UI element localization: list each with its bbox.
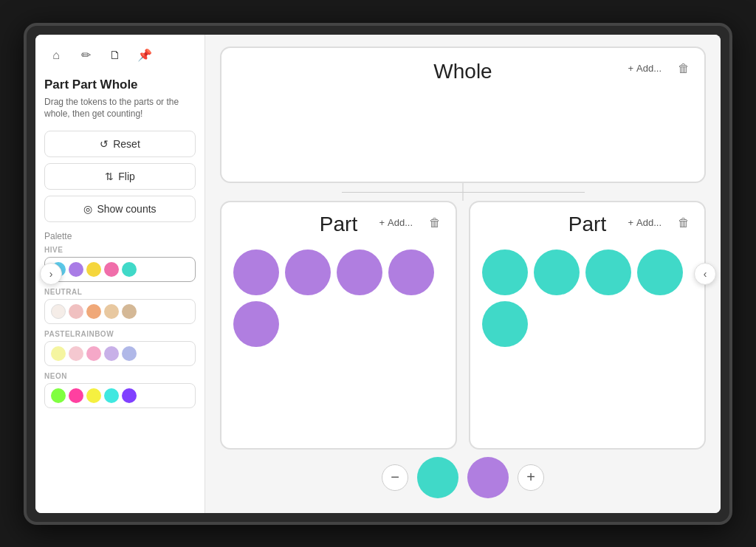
whole-tokens <box>236 91 690 165</box>
color-dot[interactable] <box>86 346 101 361</box>
part1-actions: + Add... 🗑 <box>373 213 445 233</box>
flip-label: Flip <box>118 171 135 182</box>
color-dot[interactable] <box>86 304 101 319</box>
home-icon: ⌂ <box>52 49 60 62</box>
color-dot[interactable] <box>122 304 137 319</box>
token[interactable] <box>337 250 382 295</box>
connector-line <box>220 183 706 201</box>
palette-neutral-name: NEUTRAL <box>44 288 196 296</box>
color-dot[interactable] <box>69 304 83 319</box>
sidebar-nav: ⌂ ✏ 🗋 📌 <box>44 44 196 67</box>
palette-neutral: NEUTRAL <box>44 288 196 324</box>
show-counts-label: Show counts <box>97 203 156 215</box>
minus-icon: − <box>391 469 399 486</box>
token[interactable] <box>482 301 528 347</box>
color-dot[interactable] <box>69 346 83 361</box>
flip-button[interactable]: ⇅ Flip <box>44 163 196 190</box>
color-dot[interactable] <box>51 304 66 319</box>
palette-pastelrainbow-name: PASTELRAINBOW <box>44 330 196 338</box>
show-counts-button[interactable]: ◎ Show counts <box>44 196 196 222</box>
token[interactable] <box>285 250 331 295</box>
palette-neon-colors[interactable] <box>44 383 196 408</box>
token[interactable] <box>233 250 279 295</box>
color-dot[interactable] <box>122 262 137 277</box>
color-dot[interactable] <box>104 304 119 319</box>
token[interactable] <box>388 250 434 295</box>
monitor: › ⌂ ✏ 🗋 📌 Part Part Whole Drag the token… <box>24 23 732 525</box>
page-icon: 🗋 <box>109 49 121 62</box>
color-dot[interactable] <box>69 262 83 277</box>
pen-button[interactable]: ✏ <box>74 44 97 67</box>
pen-icon: ✏ <box>81 48 91 62</box>
palette-neutral-colors[interactable] <box>44 299 196 324</box>
flip-icon: ⇅ <box>105 171 114 182</box>
pin-button[interactable]: 📌 <box>133 44 157 67</box>
part2-actions: + Add... 🗑 <box>622 213 694 233</box>
color-dot[interactable] <box>51 346 66 361</box>
trash-icon: 🗑 <box>678 216 690 230</box>
token[interactable] <box>585 250 631 295</box>
chevron-left-icon: ‹ <box>704 268 707 280</box>
palette-neon-name: NEON <box>44 372 196 380</box>
bottom-bar: − + <box>220 450 706 501</box>
screen: › ⌂ ✏ 🗋 📌 Part Part Whole Drag the token… <box>35 35 721 513</box>
part2-delete-button[interactable]: 🗑 <box>673 213 694 233</box>
main-content: Whole + Add... 🗑 Part <box>205 35 721 513</box>
trash-icon: 🗑 <box>429 216 441 230</box>
nav-arrow-left[interactable]: › <box>40 263 62 285</box>
color-dot[interactable] <box>86 262 101 277</box>
whole-delete-button[interactable]: 🗑 <box>673 58 694 79</box>
part2-tokens <box>482 244 693 347</box>
trash-icon: 🗑 <box>678 62 690 75</box>
whole-add-label: Add... <box>636 63 662 74</box>
parts-row: Part + Add... 🗑 <box>220 201 706 450</box>
color-dot[interactable] <box>122 388 137 403</box>
whole-area: Whole + Add... 🗑 <box>220 47 706 183</box>
part-area-1: Part + Add... 🗑 <box>220 201 457 450</box>
home-button[interactable]: ⌂ <box>44 44 68 67</box>
token[interactable] <box>534 250 580 295</box>
color-dot[interactable] <box>51 388 66 403</box>
color-dot[interactable] <box>69 388 83 403</box>
eye-icon: ◎ <box>83 203 92 215</box>
part1-add-button[interactable]: + Add... <box>373 214 419 231</box>
token[interactable] <box>233 301 279 347</box>
token[interactable] <box>637 250 683 295</box>
plus-icon: + <box>628 63 633 74</box>
reset-label: Reset <box>113 138 140 150</box>
token-preview-purple[interactable] <box>467 457 509 498</box>
part1-tokens <box>233 244 444 347</box>
plus-button[interactable]: + <box>518 464 544 491</box>
token[interactable] <box>482 250 528 295</box>
reset-button[interactable]: ↺ Reset <box>44 131 196 157</box>
token-preview-cyan[interactable] <box>417 457 458 498</box>
palette-hive-colors[interactable] <box>44 257 196 282</box>
reset-icon: ↺ <box>100 138 109 150</box>
chevron-right-icon: › <box>49 268 53 280</box>
nav-arrow-right[interactable]: ‹ <box>694 263 716 285</box>
palette-hive-name: HIVE <box>44 246 196 254</box>
palette-hive: HIVE <box>44 246 196 282</box>
color-dot[interactable] <box>122 346 137 361</box>
whole-actions: + Add... 🗑 <box>622 58 694 79</box>
color-dot[interactable] <box>104 262 119 277</box>
app-description: Drag the tokens to the parts or the whol… <box>44 96 196 121</box>
whole-add-button[interactable]: + Add... <box>622 60 667 77</box>
part2-add-label: Add... <box>636 217 662 228</box>
palette-pastelrainbow-colors[interactable] <box>44 341 196 366</box>
color-dot[interactable] <box>86 388 101 403</box>
app-title: Part Part Whole <box>44 78 196 92</box>
part1-delete-button[interactable]: 🗑 <box>425 213 445 233</box>
plus-icon: + <box>628 217 633 228</box>
part2-add-button[interactable]: + Add... <box>622 214 667 231</box>
color-dot[interactable] <box>104 388 119 403</box>
part1-add-label: Add... <box>388 217 413 228</box>
part-area-2: Part + Add... 🗑 <box>469 201 706 450</box>
minus-button[interactable]: − <box>382 464 408 491</box>
page-button[interactable]: 🗋 <box>103 44 127 67</box>
palette-label: Palette <box>44 231 196 241</box>
palette-neon: NEON <box>44 372 196 408</box>
plus-icon: + <box>526 469 535 486</box>
color-dot[interactable] <box>104 346 119 361</box>
pin-icon: 📌 <box>137 48 152 62</box>
